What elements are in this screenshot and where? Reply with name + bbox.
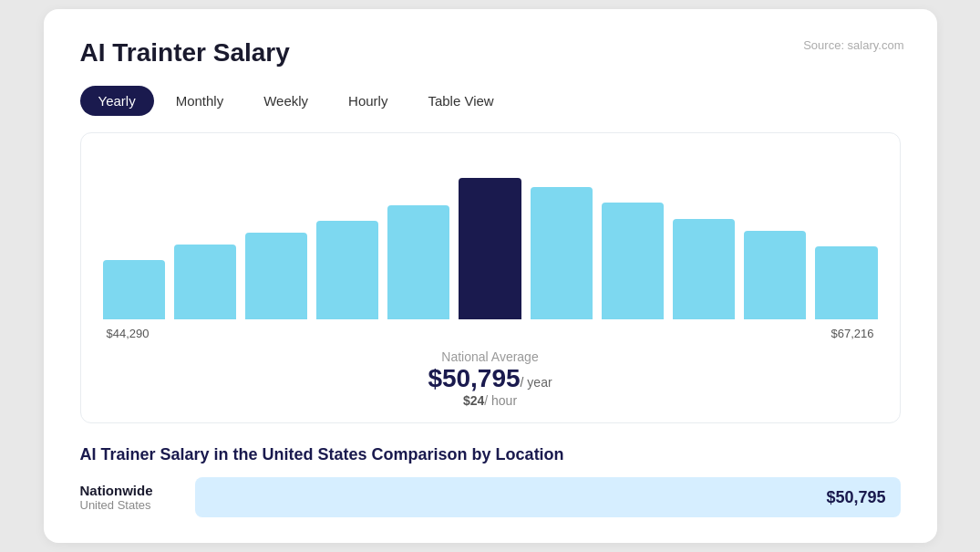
bar-3 <box>316 221 378 319</box>
chart-label-min: $44,290 <box>107 327 150 340</box>
bar-group-8 <box>673 219 735 319</box>
bar-5 <box>459 178 521 319</box>
location-name: Nationwide <box>80 483 181 498</box>
bar-9 <box>744 231 806 319</box>
bar-group-9 <box>744 231 806 319</box>
source-label: Source: salary.com <box>803 38 903 52</box>
bar-group-6 <box>531 187 593 319</box>
bar-10 <box>815 246 877 319</box>
bar-group-7 <box>602 203 664 319</box>
tab-monthly[interactable]: Monthly <box>158 86 242 116</box>
tab-bar: YearlyMonthlyWeeklyHourlyTable View <box>80 86 901 116</box>
bar-group-5 <box>459 178 521 319</box>
tab-hourly[interactable]: Hourly <box>330 86 406 116</box>
national-average-section: National Average $50,795/ year $24/ hour <box>103 349 878 408</box>
location-bar-value: $50,795 <box>826 488 885 507</box>
tab-yearly[interactable]: Yearly <box>80 86 154 116</box>
bar-group-0 <box>103 260 165 319</box>
bar-group-1 <box>174 245 236 319</box>
location-sub: United States <box>80 498 181 512</box>
location-row: Nationwide United States $50,795 <box>80 477 901 517</box>
bar-4 <box>387 205 449 319</box>
tab-weekly[interactable]: Weekly <box>245 86 326 116</box>
bar-6 <box>531 187 593 319</box>
bar-2 <box>245 233 307 319</box>
location-label-group: Nationwide United States <box>80 483 181 512</box>
national-avg-label: National Average <box>103 349 878 364</box>
chart-label-max: $67,216 <box>831 327 874 340</box>
bar-7 <box>602 203 664 319</box>
location-bar-track: $50,795 <box>195 477 901 517</box>
main-card: Source: salary.com AI Trainter Salary Ye… <box>44 9 937 543</box>
national-avg-hourly: $24/ hour <box>103 393 878 408</box>
location-section-title: AI Trainer Salary in the United States C… <box>80 445 901 464</box>
bar-0 <box>103 260 165 319</box>
chart-container: $44,290 $67,216 National Average $50,795… <box>80 132 901 423</box>
bar-group-10 <box>815 246 877 319</box>
bar-group-4 <box>387 205 449 319</box>
national-avg-salary: $50,795/ year <box>103 364 878 393</box>
bar-1 <box>174 245 236 319</box>
bar-group-2 <box>245 233 307 319</box>
tab-table-view[interactable]: Table View <box>409 86 511 116</box>
chart-axis-labels: $44,290 $67,216 <box>103 327 878 340</box>
page-title: AI Trainter Salary <box>80 38 901 68</box>
bar-8 <box>673 219 735 319</box>
bar-group-3 <box>316 221 378 319</box>
bar-chart <box>103 155 878 319</box>
